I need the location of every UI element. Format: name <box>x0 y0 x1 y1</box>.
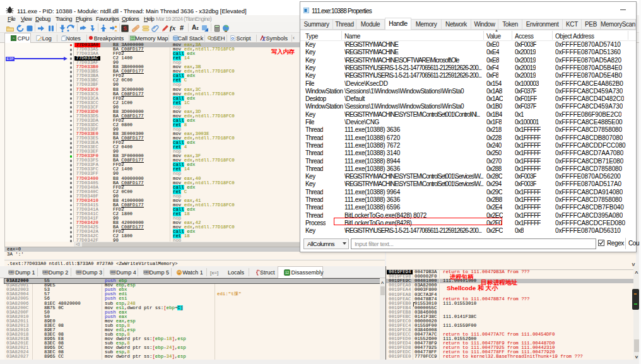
svg-text:12: 12 <box>285 271 289 274</box>
svg-text:S: S <box>123 25 127 32</box>
svg-text:IB: IB <box>12 37 15 40</box>
